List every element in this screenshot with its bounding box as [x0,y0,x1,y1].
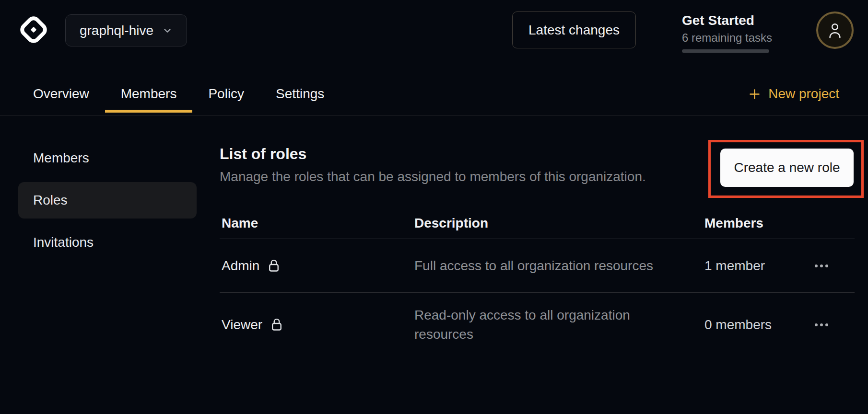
chevron-down-icon [162,25,173,36]
tab-overview[interactable]: Overview [17,76,105,112]
role-name: Admin [222,258,259,274]
new-project-label: New project [768,86,839,102]
column-header-description: Description [412,216,703,231]
role-member-count: 1 member [703,258,810,274]
user-avatar-button[interactable] [816,12,854,49]
page-subtitle: Manage the roles that can be assigned to… [220,169,646,184]
tabbar-divider [0,115,868,115]
table-row-admin: Admin Full access to all organization re… [220,239,855,293]
lock-icon [267,258,281,274]
org-switcher-button[interactable]: graphql-hive [65,14,187,46]
sidebar-item-invitations[interactable]: Invitations [18,224,197,261]
members-section-sidebar: Members Roles Invitations [18,140,197,266]
tab-policy[interactable]: Policy [192,76,260,112]
org-tab-bar: Overview Members Policy Settings [17,76,340,112]
get-started-title: Get Started [682,12,778,29]
column-header-name: Name [220,216,412,231]
org-name: graphql-hive [80,23,153,38]
hive-logo-icon[interactable] [18,14,49,45]
column-header-members: Members [703,216,810,231]
latest-changes-button[interactable]: Latest changes [512,12,636,48]
page-title: List of roles [220,145,306,163]
roles-table: Name Description Members Admin Full acce… [220,208,855,357]
lock-icon [270,317,283,333]
new-project-link[interactable]: New project [748,76,839,112]
create-new-role-button[interactable]: Create a new role [720,149,854,187]
table-row-viewer: Viewer Read-only access to all organizat… [220,293,855,357]
get-started-progress-bar [682,49,769,53]
sidebar-item-members[interactable]: Members [18,140,197,176]
get-started-remaining-tasks: 6 remaining tasks [682,31,778,45]
row-menu-ellipsis-icon[interactable] [813,319,830,331]
plus-icon [748,88,761,101]
row-menu-ellipsis-icon[interactable] [813,260,830,272]
role-name: Viewer [222,317,262,333]
roles-table-header: Name Description Members [220,208,855,239]
person-icon [827,22,843,39]
tab-members[interactable]: Members [105,76,193,112]
get-started-widget[interactable]: Get Started 6 remaining tasks [682,12,778,53]
sidebar-item-roles[interactable]: Roles [18,182,197,218]
role-member-count: 0 members [703,317,810,333]
tab-settings[interactable]: Settings [260,76,340,112]
role-description: Read-only access to all organization res… [412,306,674,344]
role-description: Full access to all organization resource… [412,256,674,276]
